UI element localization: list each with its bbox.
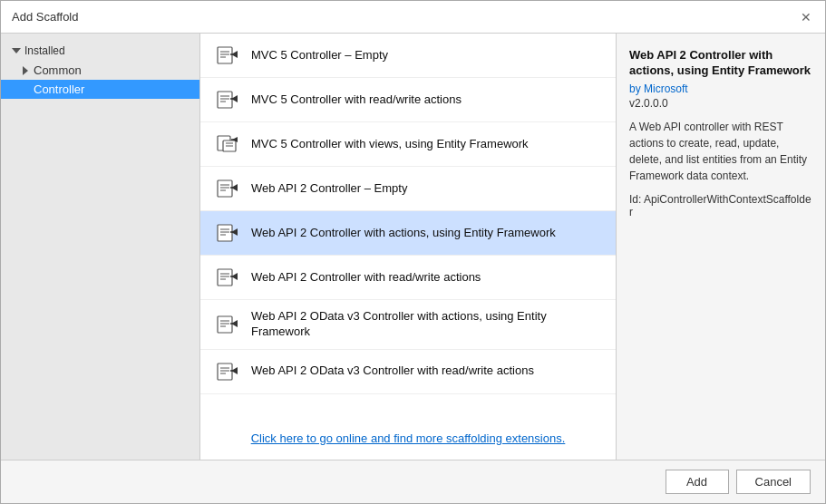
scaffold-label-6: Web API 2 Controller with read/write act… [251,270,481,286]
scaffold-icon-7 [215,312,240,337]
right-panel: Web API 2 Controller with actions, using… [617,34,825,460]
detail-description: A Web API controller with REST actions t… [629,119,812,184]
scaffold-item-4[interactable]: Web API 2 Controller – Empty [200,167,616,211]
scaffold-label-2: MVC 5 Controller with read/write actions [251,92,462,108]
scaffold-icon-6 [215,265,240,290]
scaffold-label-8: Web API 2 OData v3 Controller with read/… [251,363,534,379]
svg-rect-42 [218,363,232,380]
scaffold-icon-8 [215,359,240,384]
installed-label: Installed [24,44,65,57]
middle-panel: MVC 5 Controller – Empty MVC 5 Controlle… [200,34,617,460]
online-link[interactable]: Click here to go online and find more sc… [251,431,566,445]
scaffold-label-4: Web API 2 Controller – Empty [251,181,407,197]
tree-item-common[interactable]: Common [1,61,199,80]
cancel-button[interactable]: Cancel [736,470,811,494]
add-scaffold-dialog: Add Scaffold ✕ Installed Common Controll… [0,0,826,504]
svg-rect-18 [218,180,232,197]
title-bar: Add Scaffold ✕ [1,1,825,34]
common-expand-icon [23,66,28,75]
close-button[interactable]: ✕ [798,9,814,25]
scaffold-label-3: MVC 5 Controller with views, using Entit… [251,137,529,152]
scaffold-icon-3 [215,131,240,157]
detail-title: Web API 2 Controller with actions, using… [629,48,812,79]
expand-icon [12,48,21,53]
svg-rect-36 [218,316,232,333]
svg-rect-0 [218,47,232,63]
svg-rect-30 [218,269,232,286]
scaffold-item-6[interactable]: Web API 2 Controller with read/write act… [200,256,616,300]
scaffold-item-8[interactable]: Web API 2 OData v3 Controller with read/… [200,350,616,394]
svg-rect-24 [218,225,232,241]
footer: Add Cancel [1,460,825,503]
scaffold-item-7[interactable]: Web API 2 OData v3 Controller with actio… [200,300,616,350]
left-panel: Installed Common Controller [1,34,200,460]
detail-version: v2.0.0.0 [629,97,812,110]
scaffold-label-5: Web API 2 Controller with actions, using… [251,226,556,241]
controller-label: Controller [34,82,84,96]
common-label: Common [34,63,82,77]
add-button[interactable]: Add [666,470,729,494]
dialog-title: Add Scaffold [12,10,78,24]
scaffold-label-7: Web API 2 OData v3 Controller with actio… [251,309,601,340]
scaffold-icon-2 [215,87,240,112]
scaffold-item-2[interactable]: MVC 5 Controller with read/write actions [200,78,616,122]
detail-author: by Microsoft [629,82,812,95]
scaffold-icon-1 [215,43,240,68]
scaffold-icon-5 [215,220,240,246]
online-link-area: Click here to go online and find more sc… [200,417,616,460]
scaffold-label-1: MVC 5 Controller – Empty [251,48,388,63]
scaffold-item-5[interactable]: Web API 2 Controller with actions, using… [200,211,616,256]
scaffold-item-3[interactable]: MVC 5 Controller with views, using Entit… [200,122,616,167]
svg-rect-6 [218,92,232,108]
installed-header: Installed [1,41,199,61]
tree-item-controller[interactable]: Controller [1,80,199,99]
scaffold-item-1[interactable]: MVC 5 Controller – Empty [200,34,616,78]
detail-id: Id: ApiControllerWithContextScaffolder [629,193,812,218]
scaffold-icon-4 [215,176,240,201]
content-area: Installed Common Controller [1,34,825,460]
